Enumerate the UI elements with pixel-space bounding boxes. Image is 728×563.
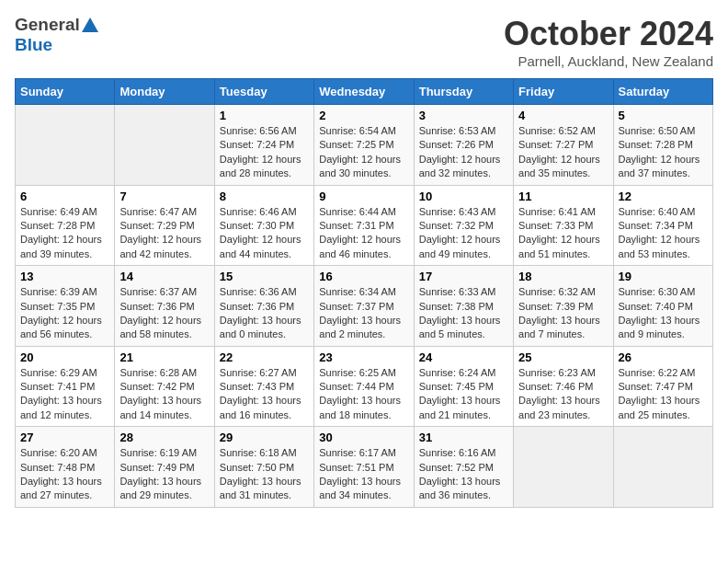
day-cell: 16Sunrise: 6:34 AM Sunset: 7:37 PM Dayli… (314, 266, 414, 347)
day-cell: 9Sunrise: 6:44 AM Sunset: 7:31 PM Daylig… (314, 185, 414, 266)
day-number: 17 (419, 270, 508, 283)
day-info: Sunrise: 6:44 AM Sunset: 7:31 PM Dayligh… (319, 205, 408, 262)
day-number: 9 (319, 190, 408, 203)
day-cell: 26Sunrise: 6:22 AM Sunset: 7:47 PM Dayli… (613, 346, 712, 427)
day-cell: 22Sunrise: 6:27 AM Sunset: 7:43 PM Dayli… (214, 346, 313, 427)
day-info: Sunrise: 6:20 AM Sunset: 7:48 PM Dayligh… (20, 446, 109, 503)
day-cell: 28Sunrise: 6:19 AM Sunset: 7:49 PM Dayli… (115, 427, 214, 508)
day-info: Sunrise: 6:47 AM Sunset: 7:29 PM Dayligh… (119, 205, 209, 262)
day-cell: 29Sunrise: 6:18 AM Sunset: 7:50 PM Dayli… (214, 427, 313, 508)
day-cell: 3Sunrise: 6:53 AM Sunset: 7:26 PM Daylig… (414, 105, 513, 186)
svg-marker-0 (82, 17, 98, 32)
logo-blue: Blue (15, 35, 52, 55)
day-info: Sunrise: 6:29 AM Sunset: 7:41 PM Dayligh… (20, 366, 109, 423)
logo-general: General (15, 15, 80, 35)
day-number: 25 (518, 350, 608, 364)
day-info: Sunrise: 6:40 AM Sunset: 7:34 PM Dayligh… (619, 205, 708, 262)
day-info: Sunrise: 6:41 AM Sunset: 7:33 PM Dayligh… (518, 205, 608, 262)
day-cell: 14Sunrise: 6:37 AM Sunset: 7:36 PM Dayli… (115, 266, 214, 347)
day-info: Sunrise: 6:24 AM Sunset: 7:45 PM Dayligh… (419, 366, 508, 423)
day-cell: 30Sunrise: 6:17 AM Sunset: 7:51 PM Dayli… (314, 427, 414, 508)
day-info: Sunrise: 6:39 AM Sunset: 7:35 PM Dayligh… (20, 285, 109, 342)
day-number: 21 (119, 350, 209, 364)
day-number: 15 (220, 270, 309, 283)
day-number: 7 (119, 190, 209, 203)
day-info: Sunrise: 6:30 AM Sunset: 7:40 PM Dayligh… (619, 285, 708, 342)
day-cell: 19Sunrise: 6:30 AM Sunset: 7:40 PM Dayli… (613, 266, 712, 347)
day-number: 10 (419, 190, 508, 203)
day-cell: 7Sunrise: 6:47 AM Sunset: 7:29 PM Daylig… (115, 185, 214, 266)
header-day-tuesday: Tuesday (214, 79, 313, 105)
day-number: 28 (119, 431, 209, 444)
day-number: 13 (20, 270, 109, 283)
day-number: 8 (220, 190, 309, 203)
day-number: 20 (20, 350, 109, 364)
day-number: 12 (619, 190, 708, 203)
title-area: October 2024 Parnell, Auckland, New Zeal… (504, 15, 713, 69)
day-info: Sunrise: 6:28 AM Sunset: 7:42 PM Dayligh… (119, 366, 209, 423)
day-cell: 11Sunrise: 6:41 AM Sunset: 7:33 PM Dayli… (514, 185, 613, 266)
day-cell: 15Sunrise: 6:36 AM Sunset: 7:36 PM Dayli… (214, 266, 313, 347)
day-number: 6 (20, 190, 109, 203)
header-day-thursday: Thursday (414, 79, 513, 105)
header-day-sunday: Sunday (16, 79, 115, 105)
day-info: Sunrise: 6:53 AM Sunset: 7:26 PM Dayligh… (419, 124, 508, 181)
day-number: 23 (319, 350, 408, 364)
day-number: 2 (319, 109, 408, 122)
day-info: Sunrise: 6:32 AM Sunset: 7:39 PM Dayligh… (518, 285, 608, 342)
day-number: 18 (518, 270, 608, 283)
day-number: 19 (619, 270, 708, 283)
day-number: 14 (119, 270, 209, 283)
day-info: Sunrise: 6:36 AM Sunset: 7:36 PM Dayligh… (220, 285, 309, 342)
day-cell: 21Sunrise: 6:28 AM Sunset: 7:42 PM Dayli… (115, 346, 214, 427)
day-number: 22 (220, 350, 309, 364)
day-cell: 13Sunrise: 6:39 AM Sunset: 7:35 PM Dayli… (16, 266, 115, 347)
header-day-saturday: Saturday (613, 79, 712, 105)
day-number: 31 (419, 431, 508, 444)
day-info: Sunrise: 6:17 AM Sunset: 7:51 PM Dayligh… (319, 446, 408, 503)
calendar-table: SundayMondayTuesdayWednesdayThursdayFrid… (15, 78, 713, 508)
day-info: Sunrise: 6:56 AM Sunset: 7:24 PM Dayligh… (220, 124, 309, 181)
day-number: 26 (619, 350, 708, 364)
logo-triangle-icon (82, 16, 98, 32)
day-cell (613, 427, 712, 508)
logo: General Blue (15, 15, 98, 55)
day-number: 1 (220, 109, 309, 122)
day-cell: 4Sunrise: 6:52 AM Sunset: 7:27 PM Daylig… (514, 105, 613, 186)
day-info: Sunrise: 6:54 AM Sunset: 7:25 PM Dayligh… (319, 124, 408, 181)
header: General Blue October 2024 Parnell, Auckl… (15, 15, 713, 69)
header-day-friday: Friday (514, 79, 613, 105)
header-day-wednesday: Wednesday (314, 79, 414, 105)
day-cell: 1Sunrise: 6:56 AM Sunset: 7:24 PM Daylig… (214, 105, 313, 186)
day-info: Sunrise: 6:52 AM Sunset: 7:27 PM Dayligh… (518, 124, 608, 181)
day-info: Sunrise: 6:27 AM Sunset: 7:43 PM Dayligh… (220, 366, 309, 423)
day-cell: 25Sunrise: 6:23 AM Sunset: 7:46 PM Dayli… (514, 346, 613, 427)
day-info: Sunrise: 6:19 AM Sunset: 7:49 PM Dayligh… (119, 446, 209, 503)
day-info: Sunrise: 6:34 AM Sunset: 7:37 PM Dayligh… (319, 285, 408, 342)
day-cell: 6Sunrise: 6:49 AM Sunset: 7:28 PM Daylig… (16, 185, 115, 266)
day-info: Sunrise: 6:23 AM Sunset: 7:46 PM Dayligh… (518, 366, 608, 423)
calendar-subtitle: Parnell, Auckland, New Zealand (504, 53, 713, 69)
day-info: Sunrise: 6:25 AM Sunset: 7:44 PM Dayligh… (319, 366, 408, 423)
day-number: 3 (419, 109, 508, 122)
day-number: 30 (319, 431, 408, 444)
week-row-5: 27Sunrise: 6:20 AM Sunset: 7:48 PM Dayli… (16, 427, 713, 508)
day-number: 11 (518, 190, 608, 203)
week-row-1: 1Sunrise: 6:56 AM Sunset: 7:24 PM Daylig… (16, 105, 713, 186)
header-row: SundayMondayTuesdayWednesdayThursdayFrid… (16, 79, 713, 105)
day-cell: 18Sunrise: 6:32 AM Sunset: 7:39 PM Dayli… (514, 266, 613, 347)
day-cell: 10Sunrise: 6:43 AM Sunset: 7:32 PM Dayli… (414, 185, 513, 266)
day-info: Sunrise: 6:22 AM Sunset: 7:47 PM Dayligh… (619, 366, 708, 423)
day-info: Sunrise: 6:43 AM Sunset: 7:32 PM Dayligh… (419, 205, 508, 262)
day-cell (514, 427, 613, 508)
day-number: 24 (419, 350, 508, 364)
day-cell: 31Sunrise: 6:16 AM Sunset: 7:52 PM Dayli… (414, 427, 513, 508)
week-row-3: 13Sunrise: 6:39 AM Sunset: 7:35 PM Dayli… (16, 266, 713, 347)
day-info: Sunrise: 6:49 AM Sunset: 7:28 PM Dayligh… (20, 205, 109, 262)
day-cell (16, 105, 115, 186)
week-row-4: 20Sunrise: 6:29 AM Sunset: 7:41 PM Dayli… (16, 346, 713, 427)
day-cell: 5Sunrise: 6:50 AM Sunset: 7:28 PM Daylig… (613, 105, 712, 186)
day-cell: 12Sunrise: 6:40 AM Sunset: 7:34 PM Dayli… (613, 185, 712, 266)
day-cell: 2Sunrise: 6:54 AM Sunset: 7:25 PM Daylig… (314, 105, 414, 186)
day-cell: 8Sunrise: 6:46 AM Sunset: 7:30 PM Daylig… (214, 185, 313, 266)
